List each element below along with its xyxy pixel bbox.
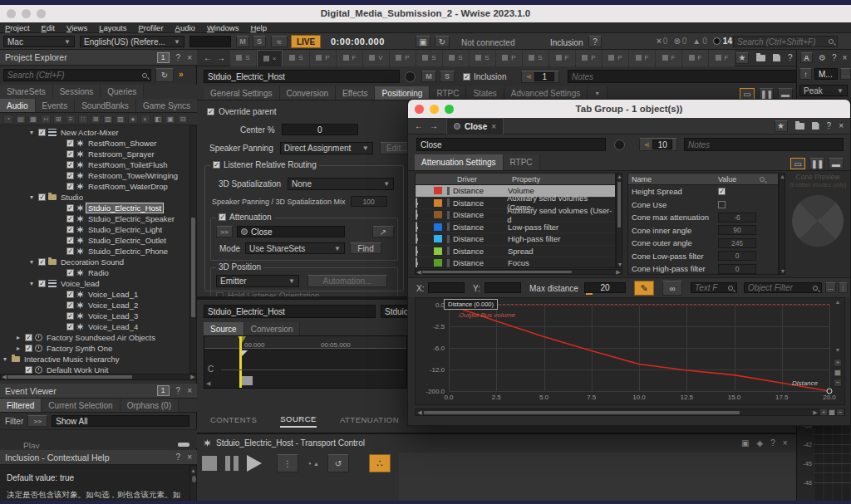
document-tab[interactable]: P: [496, 50, 522, 66]
explorer-toolbar-icon-9[interactable]: ▧: [103, 115, 113, 124]
curve-row[interactable]: DistanceSpread: [416, 246, 615, 258]
curve-color-swatch[interactable]: [434, 259, 442, 267]
curves-vertical-scrollbar[interactable]: ▲▼: [616, 173, 622, 268]
property-row[interactable]: Height Spread✓: [628, 185, 778, 198]
y-value-field[interactable]: [485, 282, 521, 293]
toolbar-empty-field[interactable]: [189, 36, 231, 47]
document-tab[interactable]: P: [576, 50, 602, 66]
nav-forward-icon[interactable]: →: [217, 53, 225, 62]
excluded-counter[interactable]: ⊗0: [673, 37, 686, 46]
pin-icon[interactable]: [416, 234, 434, 243]
pause-icon[interactable]: [225, 456, 239, 471]
property-row[interactable]: Cone Use: [628, 198, 778, 212]
color-picker-icon[interactable]: [405, 71, 416, 82]
open-icon[interactable]: [795, 123, 804, 130]
fade-handle-icon[interactable]: [242, 350, 248, 356]
property-row[interactable]: Cone inner angle90: [628, 224, 778, 237]
gear-icon[interactable]: ⚙: [819, 53, 826, 62]
tree-item[interactable]: ✓Stduio_Electric_Host: [0, 203, 189, 213]
search-icon[interactable]: [760, 177, 765, 182]
tab-sharesets[interactable]: ShareSets: [0, 85, 53, 99]
zoom-out-icon[interactable]: −: [836, 409, 844, 416]
tree-item-checkbox[interactable]: ✓: [38, 258, 46, 266]
tree-item-checkbox[interactable]: ✓: [66, 323, 74, 330]
explorer-toolbar-icon-5[interactable]: ⊞: [53, 115, 63, 124]
listener-relative-routing-checkbox[interactable]: ✓: [213, 161, 220, 169]
tab-filtered[interactable]: Filtered: [0, 399, 42, 412]
graph-vertical-scrollbar[interactable]: ▲ ▼ + ▦ −: [834, 299, 842, 404]
tree-item-checkbox[interactable]: ✓: [66, 150, 74, 158]
menu-layouts[interactable]: Layouts: [99, 23, 126, 32]
document-tab[interactable]: S: [443, 50, 469, 66]
warning-counter[interactable]: ▲0: [692, 37, 706, 46]
tab-orphans-0-[interactable]: Orphans (0): [121, 399, 179, 412]
spatialization-mix-field[interactable]: 100: [351, 196, 387, 207]
text-filter-input[interactable]: Text F: [691, 282, 737, 293]
document-tab[interactable]: S: [523, 50, 548, 66]
more-button[interactable]: ...: [825, 282, 836, 293]
document-tab[interactable]: S: [230, 50, 256, 66]
curve-row[interactable]: DistanceFocus: [416, 257, 615, 268]
shareset-name-field[interactable]: Close: [416, 138, 606, 151]
automation-button[interactable]: Automation...: [307, 275, 387, 287]
property-value-field[interactable]: 245: [718, 238, 756, 248]
tab-advanced-settings[interactable]: Advanced Settings: [504, 86, 588, 100]
property-row[interactable]: Cone outer angle245: [628, 237, 778, 250]
message-counter[interactable]: 14: [713, 37, 732, 46]
tree-item[interactable]: ✓Restroom_TowelWringing: [0, 170, 189, 181]
help-icon[interactable]: ?: [176, 386, 181, 395]
collapse-icon[interactable]: ▾: [30, 193, 38, 201]
tab-soundbanks[interactable]: SoundBanks: [75, 99, 136, 112]
curve-color-swatch[interactable]: [434, 235, 442, 242]
spatialization-select[interactable]: None▼: [288, 178, 394, 190]
delay-button[interactable]: ◔▲: [307, 459, 319, 468]
property-checkbox[interactable]: ✓: [718, 188, 726, 195]
tab-audio[interactable]: Audio: [0, 99, 36, 112]
document-tab[interactable]: S: [283, 50, 309, 66]
tab-overflow-caret[interactable]: ▼: [588, 86, 608, 100]
solo-button[interactable]: S: [253, 36, 266, 47]
tab-conversion[interactable]: Conversion: [244, 322, 301, 335]
drag-handle[interactable]: [447, 235, 450, 243]
inclusion-help-button[interactable]: ?: [588, 36, 602, 47]
menu-help[interactable]: Help: [250, 23, 267, 32]
tree-item[interactable]: ✓Voice_Lead_3: [0, 311, 189, 321]
drag-handle[interactable]: [447, 211, 450, 219]
close-icon[interactable]: ×: [187, 386, 192, 395]
menu-edit[interactable]: Edit: [42, 23, 55, 32]
graph-options-button[interactable]: ⋮: [839, 282, 848, 293]
scroll-up-icon[interactable]: ▲: [834, 299, 842, 305]
attenuation-checkbox[interactable]: ✓: [219, 213, 226, 221]
stacked-pane-icon[interactable]: ▬: [829, 158, 844, 169]
tree-item[interactable]: ✓Stuido_Electric_Phone: [0, 246, 189, 257]
tree-item-checkbox[interactable]: ✓: [66, 269, 74, 276]
bus-more-button[interactable]: …: [840, 68, 851, 80]
help-icon[interactable]: ?: [176, 453, 181, 462]
curve-color-swatch[interactable]: [434, 247, 442, 255]
main-window-titlebar[interactable]: Digital_Media_Submission_2 - Wwise 2023.…: [0, 5, 851, 22]
tab-general-settings[interactable]: General Settings: [204, 86, 280, 100]
open-shareset-icon[interactable]: ↗: [372, 226, 394, 237]
tree-item[interactable]: ✓RestRoom_ToiletFlush: [0, 159, 189, 170]
tab-attenuation-settings[interactable]: Attenuation Settings: [415, 154, 504, 170]
drag-handle[interactable]: [447, 187, 450, 195]
project-explorer-search-input[interactable]: Search (Ctrl+F): [3, 69, 151, 81]
tree-item-checkbox[interactable]: ✓: [25, 334, 32, 341]
color-picker-icon[interactable]: [614, 139, 625, 150]
timeline-ruler[interactable]: 00.000 00:05.000: [204, 336, 406, 350]
object-name-field[interactable]: Stduio_Electric_Host: [204, 70, 400, 83]
close-icon[interactable]: ×: [783, 438, 788, 448]
tree-item-checkbox[interactable]: ✓: [66, 301, 74, 309]
zoom-in-icon[interactable]: +: [834, 359, 842, 367]
override-parent-row[interactable]: ✓ Override parent: [207, 107, 276, 116]
curves-horizontal-scrollbar[interactable]: ◀ ▶: [415, 269, 622, 275]
name-column-header[interactable]: Name: [628, 175, 718, 183]
property-value-field[interactable]: 90: [718, 225, 756, 235]
tab-events[interactable]: Events: [36, 99, 76, 112]
document-tab[interactable]: S: [470, 50, 495, 66]
tab-positioning[interactable]: Positioning: [375, 86, 430, 100]
solo-button[interactable]: S: [440, 71, 455, 82]
properties-vertical-scrollbar[interactable]: ▲▼: [779, 173, 785, 275]
tab-queries[interactable]: Queries: [101, 85, 144, 99]
refresh-button[interactable]: ↻: [155, 68, 174, 82]
